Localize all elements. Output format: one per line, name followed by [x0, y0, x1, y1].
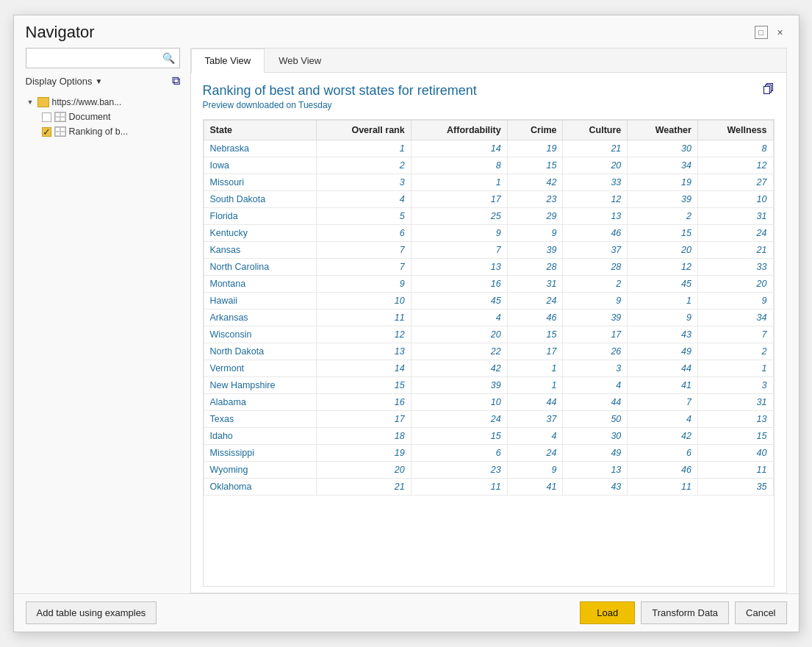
table-cell: 20 — [316, 462, 411, 479]
table-cell: 20 — [697, 276, 773, 293]
tabs-row: Table View Web View — [191, 49, 786, 73]
tree-url-label: https://www.ban... — [52, 97, 122, 107]
table-cell: Alabama — [204, 394, 316, 411]
table-cell: 39 — [507, 242, 563, 259]
table-cell: 19 — [507, 140, 563, 157]
table-cell: 14 — [411, 140, 507, 157]
table-cell: 42 — [628, 428, 698, 445]
table-cell: 2 — [316, 157, 411, 174]
display-options-button[interactable]: Display Options ▼ — [26, 76, 103, 87]
table-cell: 42 — [411, 360, 507, 377]
table-cell: 15 — [316, 377, 411, 394]
table-cell: 49 — [563, 445, 628, 462]
table-cell: Iowa — [204, 157, 316, 174]
table-cell: 8 — [411, 157, 507, 174]
table-cell: 6 — [411, 445, 507, 462]
table-cell: 9 — [628, 310, 698, 326]
titlebar: Navigator □ × — [14, 15, 799, 45]
table-cell: 11 — [628, 479, 698, 496]
table-cell: 46 — [507, 310, 563, 326]
table-cell: 19 — [628, 174, 698, 191]
table-row: Hawaii104524919 — [204, 293, 773, 310]
table-cell: 28 — [563, 259, 628, 276]
tab-web-view[interactable]: Web View — [265, 49, 335, 72]
table-cell: 11 — [411, 479, 507, 496]
table-cell: 19 — [316, 445, 411, 462]
table-cell: 11 — [316, 310, 411, 326]
table-cell: 24 — [507, 293, 563, 310]
cancel-button[interactable]: Cancel — [735, 601, 786, 624]
table-cell: 17 — [411, 191, 507, 208]
table-cell: 23 — [411, 462, 507, 479]
table-cell: 45 — [411, 293, 507, 310]
tree-view: ▼ https://www.ban... Document — [26, 95, 180, 593]
table-cell: Kansas — [204, 242, 316, 259]
document-checkbox[interactable] — [42, 112, 51, 122]
table-cell: Florida — [204, 208, 316, 225]
table-cell: 12 — [316, 326, 411, 343]
table-row: Wyoming20239134611 — [204, 462, 773, 479]
document-label: Document — [69, 112, 111, 122]
table-cell: 18 — [316, 428, 411, 445]
table-cell: 1 — [507, 360, 563, 377]
display-options-extra-icon[interactable]: ⧉ — [172, 74, 180, 87]
table-cell: Kentucky — [204, 225, 316, 242]
table-cell: 15 — [507, 157, 563, 174]
table-cell: 49 — [628, 343, 698, 360]
ranking-checkbox[interactable]: ✓ — [42, 127, 51, 137]
table-cell: Idaho — [204, 428, 316, 445]
preview-export-icon[interactable]: 🗍 — [763, 83, 775, 96]
table-row: New Hampshire153914413 — [204, 377, 773, 394]
preview-subtitle: Preview downloaded on Tuesday — [203, 100, 775, 110]
table-cell: 16 — [411, 276, 507, 293]
display-options-row: Display Options ▼ ⧉ — [26, 74, 180, 87]
table-cell: 40 — [697, 445, 773, 462]
table-cell: 1 — [697, 360, 773, 377]
footer-left: Add table using examples — [26, 601, 575, 624]
table-cell: 7 — [697, 326, 773, 343]
table-cell: 25 — [411, 208, 507, 225]
search-input[interactable] — [31, 53, 162, 64]
table-header-row: State Overall rank Affordability Crime C… — [204, 121, 773, 140]
table-cell: Vermont — [204, 360, 316, 377]
tree-children: Document ✓ Ranking of b... — [26, 110, 180, 139]
table-cell: 15 — [697, 428, 773, 445]
transform-data-button[interactable]: Transform Data — [641, 601, 729, 624]
search-box: 🔍 — [26, 48, 180, 68]
col-crime: Crime — [507, 121, 563, 140]
table-cell: 17 — [316, 411, 411, 428]
table-cell: 1 — [507, 377, 563, 394]
table-cell: 5 — [316, 208, 411, 225]
table-cell: 31 — [697, 394, 773, 411]
load-button[interactable]: Load — [580, 601, 635, 624]
tree-item-ranking[interactable]: ✓ Ranking of b... — [40, 124, 180, 139]
table-cell: Wyoming — [204, 462, 316, 479]
table-row: South Dakota41723123910 — [204, 191, 773, 208]
right-panel: Table View Web View Ranking of best and … — [190, 48, 787, 593]
add-examples-button[interactable]: Add table using examples — [26, 601, 157, 624]
table-cell: 15 — [411, 428, 507, 445]
table-cell: South Dakota — [204, 191, 316, 208]
table-cell: 20 — [563, 157, 628, 174]
col-culture: Culture — [563, 121, 628, 140]
table-cell: 7 — [316, 259, 411, 276]
tab-table-view[interactable]: Table View — [191, 49, 265, 73]
table-cell: 21 — [563, 140, 628, 157]
table-cell: 13 — [316, 343, 411, 360]
table-cell: 9 — [507, 225, 563, 242]
table-cell: 37 — [563, 242, 628, 259]
table-cell: 2 — [563, 276, 628, 293]
table-cell: 23 — [507, 191, 563, 208]
tree-item-document[interactable]: Document — [40, 110, 180, 124]
close-button[interactable]: × — [774, 26, 787, 39]
tree-item-url[interactable]: ▼ https://www.ban... — [26, 95, 180, 110]
table-cell: North Dakota — [204, 343, 316, 360]
table-cell: 20 — [628, 242, 698, 259]
chevron-down-icon: ▼ — [96, 77, 103, 85]
table-cell: 44 — [563, 394, 628, 411]
data-table: State Overall rank Affordability Crime C… — [204, 120, 774, 496]
minimize-button[interactable]: □ — [755, 26, 768, 39]
table-row: Idaho18154304215 — [204, 428, 773, 445]
table-cell: 27 — [697, 174, 773, 191]
table-container[interactable]: State Overall rank Affordability Crime C… — [203, 119, 775, 587]
